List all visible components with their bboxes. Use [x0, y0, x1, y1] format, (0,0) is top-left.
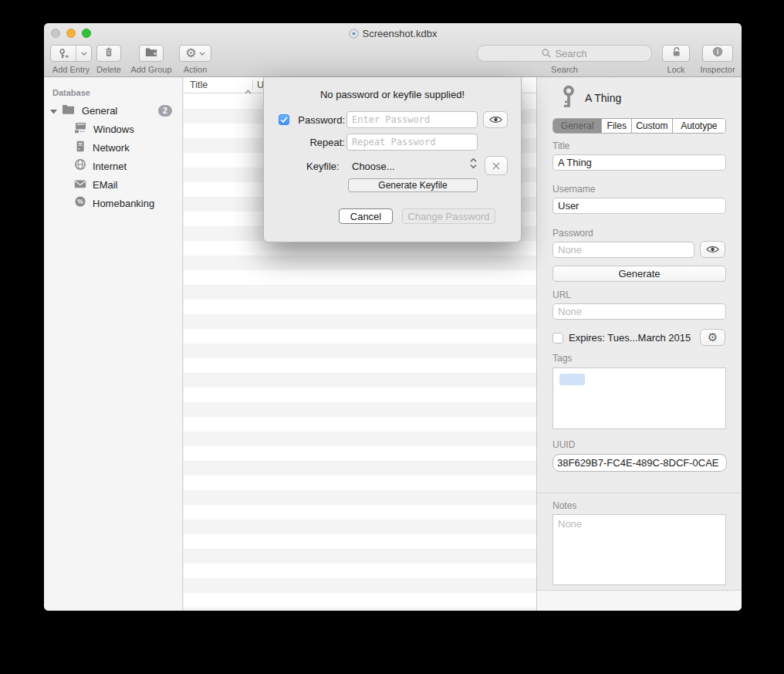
panel-divider	[537, 493, 742, 493]
document-proxy-icon	[349, 29, 359, 41]
tag-pill[interactable]	[559, 374, 585, 385]
sidebar-section-header: Database	[44, 77, 182, 101]
lock-open-icon	[671, 46, 682, 61]
gear-icon: ⚙	[708, 332, 718, 344]
window-title: Screenshot.kdbx	[363, 28, 438, 39]
change-password-button[interactable]: Change Password	[402, 208, 495, 224]
password-checkbox[interactable]	[279, 114, 289, 125]
password-label: Password:	[291, 114, 345, 126]
reveal-password-button[interactable]	[700, 241, 725, 258]
sidebar-item-network[interactable]: Network	[44, 138, 182, 157]
expires-label: Expires: Tues...March 2015	[569, 332, 691, 344]
server-icon	[74, 141, 86, 155]
inspector-label: Inspector	[700, 65, 735, 74]
sidebar-item-label: Homebanking	[93, 198, 154, 209]
title-field[interactable]	[553, 154, 726, 171]
sidebar-item-internet[interactable]: Internet	[44, 157, 182, 175]
key-icon	[560, 85, 577, 113]
chevron-down-icon	[81, 52, 87, 56]
uuid-field-label: UUID	[553, 439, 575, 450]
keyfile-popup[interactable]: Choose...	[352, 161, 395, 172]
clear-keyfile-button[interactable]	[485, 156, 508, 175]
generate-password-button[interactable]: Generate	[553, 266, 726, 282]
search-input[interactable]: Search	[477, 45, 652, 62]
svg-text:i: i	[717, 48, 719, 56]
url-field[interactable]	[553, 303, 726, 320]
popup-stepper-icon[interactable]	[469, 157, 478, 172]
username-field[interactable]	[553, 198, 726, 214]
add-entry-label: Add Entry	[52, 65, 90, 74]
group-sidebar: Database General 2 Windows	[44, 77, 183, 611]
add-entry-dropdown[interactable]	[76, 46, 91, 61]
svg-text:%: %	[77, 198, 83, 205]
inspector-button[interactable]: i	[702, 45, 733, 62]
delete-button[interactable]	[96, 45, 121, 62]
notes-field-label: Notes	[553, 500, 576, 511]
eye-icon	[489, 115, 502, 124]
folder-plus-icon	[145, 46, 157, 60]
sidebar-item-email[interactable]: EMail	[44, 175, 182, 194]
tags-field-label: Tags	[553, 353, 572, 364]
close-x-icon	[492, 161, 501, 171]
chevron-down-icon	[199, 52, 205, 56]
trash-icon	[103, 46, 114, 61]
username-field-label: Username	[553, 184, 595, 195]
checkmark-icon	[279, 115, 289, 124]
sidebar-item-label: Network	[93, 142, 130, 154]
password-field-label: Password	[553, 228, 593, 239]
tab-autotype[interactable]: Autotype	[672, 119, 725, 133]
folder-icon	[62, 103, 75, 117]
sidebar-item-label: Windows	[93, 124, 134, 135]
title-field-label: Title	[553, 141, 569, 151]
lock-button[interactable]	[662, 45, 690, 62]
panel-footer	[537, 590, 742, 611]
disclosure-triangle-icon[interactable]	[50, 103, 57, 117]
repeat-label: Repeat:	[291, 137, 345, 148]
change-password-sheet: No password or keyfile supplied! Passwor…	[263, 77, 522, 242]
sidebar-item-label: EMail	[93, 179, 118, 191]
tags-field[interactable]	[553, 367, 726, 429]
add-group-button[interactable]	[139, 45, 164, 62]
inspector-tab-bar: General Files Custom Autotype	[553, 118, 726, 134]
inspector-panel: A Thing General Files Custom Autotype Ti…	[536, 77, 742, 611]
percent-icon: %	[74, 195, 86, 211]
titlebar-toolbar: Screenshot.kdbx Add Entry Delete	[44, 23, 742, 77]
add-group-label: Add Group	[130, 65, 171, 74]
sidebar-item-label: General	[82, 105, 117, 117]
sidebar-item-windows[interactable]: Windows	[44, 120, 182, 138]
enter-password-input[interactable]	[346, 111, 478, 128]
uuid-field[interactable]: 38F629B7-FC4E-489C-8DCF-0CAE	[553, 454, 727, 472]
add-entry-button[interactable]	[50, 45, 92, 62]
password-field[interactable]	[553, 242, 694, 258]
entry-count-badge: 2	[158, 105, 172, 117]
lock-label: Lock	[667, 65, 684, 74]
reveal-sheet-password-button[interactable]	[483, 111, 508, 128]
url-field-label: URL	[553, 290, 571, 300]
action-button[interactable]: ⚙	[179, 45, 211, 62]
notes-field[interactable]	[553, 514, 726, 585]
window-title-group: Screenshot.kdbx	[44, 28, 742, 41]
delete-label: Delete	[96, 65, 121, 74]
search-icon	[542, 49, 551, 58]
tab-general[interactable]: General	[553, 119, 601, 133]
generate-keyfile-button[interactable]: Generate Keyfile	[348, 178, 478, 192]
eye-icon	[706, 245, 719, 254]
cancel-button[interactable]: Cancel	[339, 208, 393, 224]
keyfile-label: Keyfile:	[306, 161, 340, 172]
search-placeholder: Search	[555, 48, 586, 59]
sidebar-item-label: Internet	[93, 161, 127, 172]
column-divider[interactable]	[252, 80, 253, 90]
expires-checkbox[interactable]	[553, 333, 563, 344]
sidebar-item-homebanking[interactable]: % Homebanking	[44, 194, 182, 212]
info-icon: i	[712, 46, 723, 60]
action-label: Action	[184, 65, 208, 74]
tab-files[interactable]: Files	[601, 119, 631, 133]
tab-custom[interactable]: Custom	[631, 119, 672, 133]
sidebar-item-general[interactable]: General 2	[44, 101, 182, 120]
expires-settings-button[interactable]: ⚙	[700, 329, 725, 346]
sheet-message: No password or keyfile supplied!	[264, 89, 521, 100]
inspector-entry-title: A Thing	[585, 92, 621, 104]
column-header-title[interactable]: Title	[190, 80, 208, 90]
repeat-password-input[interactable]	[346, 134, 478, 151]
gear-icon: ⚙	[185, 47, 196, 59]
